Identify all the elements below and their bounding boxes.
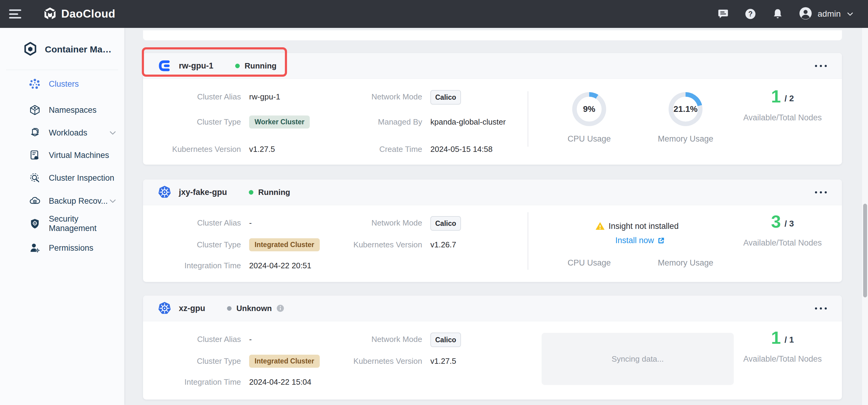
field-value: rw-gpu-1 — [249, 90, 280, 103]
status-dot — [249, 190, 253, 195]
card-actions-menu[interactable] — [812, 304, 830, 313]
nodes-summary: 1/ 1 Available/Total Nodes — [734, 328, 831, 364]
container-management-icon — [23, 41, 38, 57]
nodes-summary: 1/ 2 Available/Total Nodes — [734, 87, 831, 122]
status-info-icon[interactable] — [276, 304, 285, 313]
sidebar-item-cluster-inspection[interactable]: Cluster Inspection — [0, 171, 124, 185]
available-nodes: 1 — [771, 87, 781, 106]
security-management-icon — [29, 218, 41, 230]
sidebar-item-security-management[interactable]: Security Management — [0, 217, 124, 230]
network-mode-badge: Calico — [430, 90, 461, 104]
network-mode-badge: Calico — [430, 333, 461, 347]
field-label: Cluster Alias — [155, 216, 241, 229]
field-label: Kubernetes Version — [331, 238, 422, 251]
status-text: Unknown — [237, 304, 272, 313]
svg-text:?: ? — [748, 10, 752, 18]
syncing-text: Syncing data... — [612, 354, 664, 364]
scrollbar-thumb[interactable] — [863, 204, 867, 298]
previous-card-partial — [143, 30, 842, 40]
cluster-type-badge: Integrated Cluster — [249, 355, 320, 368]
status-text: Running — [245, 61, 276, 71]
backup-recovery-icon — [29, 195, 41, 207]
warning-icon — [595, 221, 605, 231]
sidebar-item-label: Cluster Inspection — [49, 174, 114, 183]
feedback-icon[interactable] — [717, 8, 729, 20]
external-link-icon — [657, 237, 665, 245]
top-navbar: DaoCloud ? admin — [0, 0, 868, 28]
user-menu[interactable]: admin — [799, 7, 854, 21]
cpu-usage-label: CPU Usage — [553, 258, 625, 268]
cluster-card-xz-gpu: xz-gpu Unknown Cluster Alias - Network M… — [143, 295, 842, 400]
detail-row: Cluster Alias - Network Mode Calico — [143, 216, 671, 229]
nodes-label: Available/Total Nodes — [734, 354, 831, 364]
field-value: kpanda-global-cluster — [430, 115, 506, 128]
help-icon[interactable]: ? — [744, 8, 756, 20]
cluster-name[interactable]: rw-gpu-1 — [179, 61, 213, 71]
cluster-card-rw-gpu-1: rw-gpu-1 Running Cluster Alias rw-gpu-1 … — [143, 53, 842, 165]
workloads-icon — [29, 127, 41, 139]
kubernetes-logo-icon — [158, 301, 172, 315]
insight-warning-text: Insight not installed — [609, 222, 679, 231]
cluster-name[interactable]: jxy-fake-gpu — [179, 188, 227, 197]
card-actions-menu[interactable] — [812, 62, 830, 70]
username: admin — [818, 9, 841, 19]
sidebar-item-label: Namespaces — [49, 105, 97, 115]
field-value: - — [249, 216, 252, 229]
cluster-name[interactable]: xz-gpu — [179, 304, 205, 313]
field-label: Network Mode — [331, 216, 422, 229]
module-header[interactable]: Container Mana... — [0, 42, 124, 57]
sidebar-item-clusters[interactable]: Clusters — [0, 77, 124, 91]
field-value: 2024-04-22 15:04 — [249, 375, 311, 388]
status-dot — [227, 306, 231, 311]
cluster-list: rw-gpu-1 Running Cluster Alias rw-gpu-1 … — [124, 28, 868, 405]
sidebar-item-label: Permissions — [49, 243, 93, 253]
sidebar: Container Mana... Clusters Namespaces Wo… — [0, 28, 124, 405]
cpu-usage-label: CPU Usage — [553, 134, 625, 144]
field-value: 2024-05-15 14:58 — [430, 143, 493, 156]
nodes-summary: 3/ 3 Available/Total Nodes — [734, 212, 831, 248]
notifications-bell-icon[interactable] — [772, 8, 784, 20]
card-actions-menu[interactable] — [812, 188, 830, 196]
install-now-link[interactable]: Install now — [583, 236, 698, 245]
sidebar-item-label: Backup Recov... — [49, 196, 108, 206]
app: DaoCloud ? admin — [0, 0, 868, 405]
sidebar-item-permissions[interactable]: Permissions — [0, 241, 124, 255]
brand-logo: DaoCloud — [43, 6, 116, 22]
cpu-usage-value: 9% — [572, 92, 606, 126]
custom-cluster-logo-icon — [158, 59, 172, 73]
chevron-down-icon — [846, 10, 854, 18]
memory-usage-label: Memory Usage — [649, 134, 722, 144]
card-header: rw-gpu-1 Running — [143, 53, 842, 79]
memory-usage-gauge: 21.1% — [669, 92, 703, 126]
sidebar-item-virtual-machines[interactable]: Virtual Machines — [0, 149, 124, 162]
field-value: v1.26.7 — [430, 238, 456, 251]
clusters-icon — [29, 78, 41, 90]
kubernetes-logo-icon — [158, 185, 172, 199]
cluster-inspection-icon — [29, 172, 41, 184]
sidebar-item-label: Clusters — [49, 80, 79, 89]
available-nodes: 1 — [771, 328, 781, 347]
scrollbar-track[interactable] — [862, 28, 868, 405]
sidebar-item-label: Virtual Machines — [49, 151, 109, 160]
avatar — [799, 7, 812, 21]
sidebar-item-backup-recovery[interactable]: Backup Recov... — [0, 194, 124, 208]
nodes-label: Available/Total Nodes — [734, 113, 831, 122]
chevron-down-icon — [108, 128, 117, 137]
menu-toggle-icon[interactable] — [9, 9, 21, 19]
field-value: 2024-04-22 20:51 — [249, 259, 311, 272]
sidebar-item-namespaces[interactable]: Namespaces — [0, 103, 124, 117]
sidebar-item-workloads[interactable]: Workloads — [0, 126, 124, 139]
card-header: xz-gpu Unknown — [143, 295, 842, 321]
nodes-label: Available/Total Nodes — [734, 238, 831, 248]
install-now-text: Install now — [615, 236, 654, 245]
field-label: Managed By — [331, 115, 422, 128]
cluster-type-badge: Integrated Cluster — [249, 238, 320, 251]
available-nodes: 3 — [771, 212, 781, 231]
total-nodes: / 1 — [785, 335, 794, 347]
field-value: v1.27.5 — [249, 143, 275, 156]
chevron-down-icon — [108, 197, 117, 205]
status-dot — [235, 64, 240, 68]
cluster-type-badge: Worker Cluster — [249, 116, 310, 128]
field-label: Cluster Type — [155, 354, 241, 368]
permissions-icon — [29, 242, 41, 254]
